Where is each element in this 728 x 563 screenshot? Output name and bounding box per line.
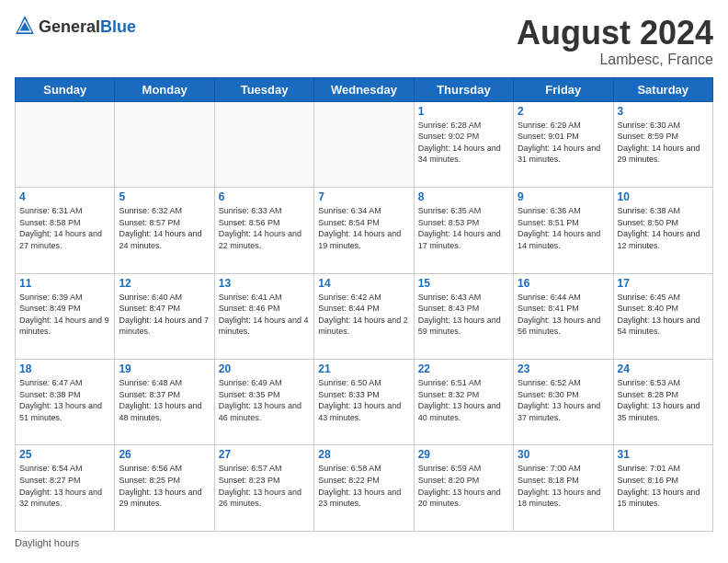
day-info: Sunrise: 6:51 AM Sunset: 8:32 PM Dayligh… — [418, 377, 509, 423]
day-number: 6 — [219, 190, 310, 203]
page: GeneralBlue August 2024 Lambesc, France … — [0, 0, 728, 563]
day-number: 16 — [518, 277, 609, 290]
day-number: 25 — [19, 448, 110, 461]
day-number: 23 — [518, 362, 609, 375]
day-number: 17 — [618, 277, 709, 290]
calendar-cell: 15Sunrise: 6:43 AM Sunset: 8:43 PM Dayli… — [414, 273, 513, 359]
day-info: Sunrise: 6:36 AM Sunset: 8:51 PM Dayligh… — [518, 205, 609, 251]
calendar-cell: 25Sunrise: 6:54 AM Sunset: 8:27 PM Dayli… — [16, 445, 115, 532]
day-number: 13 — [219, 277, 310, 290]
calendar-week-3: 11Sunrise: 6:39 AM Sunset: 8:49 PM Dayli… — [16, 273, 713, 359]
day-info: Sunrise: 6:34 AM Sunset: 8:54 PM Dayligh… — [318, 205, 409, 251]
day-number: 26 — [119, 448, 210, 461]
day-number: 24 — [618, 362, 709, 375]
day-info: Sunrise: 6:59 AM Sunset: 8:20 PM Dayligh… — [418, 463, 509, 509]
day-info: Sunrise: 6:29 AM Sunset: 9:01 PM Dayligh… — [518, 120, 609, 166]
day-info: Sunrise: 6:41 AM Sunset: 8:46 PM Dayligh… — [219, 292, 310, 338]
calendar-cell: 8Sunrise: 6:35 AM Sunset: 8:53 PM Daylig… — [414, 188, 513, 273]
day-info: Sunrise: 6:44 AM Sunset: 8:41 PM Dayligh… — [518, 292, 609, 338]
day-number: 19 — [119, 362, 210, 375]
day-info: Sunrise: 6:48 AM Sunset: 8:37 PM Dayligh… — [119, 377, 210, 423]
day-number: 3 — [618, 105, 709, 118]
day-info: Sunrise: 6:57 AM Sunset: 8:23 PM Dayligh… — [219, 463, 310, 509]
calendar-cell: 31Sunrise: 7:01 AM Sunset: 8:16 PM Dayli… — [613, 445, 712, 532]
day-number: 22 — [418, 362, 509, 375]
day-number: 15 — [418, 277, 509, 290]
col-wednesday: Wednesday — [314, 77, 414, 101]
calendar-week-4: 18Sunrise: 6:47 AM Sunset: 8:38 PM Dayli… — [16, 360, 713, 445]
calendar-cell: 22Sunrise: 6:51 AM Sunset: 8:32 PM Dayli… — [414, 360, 513, 445]
calendar-cell: 4Sunrise: 6:31 AM Sunset: 8:58 PM Daylig… — [16, 188, 115, 273]
col-thursday: Thursday — [414, 77, 513, 101]
calendar-cell — [16, 101, 115, 187]
col-friday: Friday — [514, 77, 613, 101]
day-number: 10 — [618, 190, 709, 203]
day-info: Sunrise: 6:28 AM Sunset: 9:02 PM Dayligh… — [418, 120, 509, 166]
day-number: 9 — [518, 190, 609, 203]
logo-text: GeneralBlue — [39, 18, 136, 36]
day-number: 20 — [219, 362, 310, 375]
day-number: 2 — [518, 105, 609, 118]
logo-image — [15, 15, 35, 39]
day-info: Sunrise: 6:35 AM Sunset: 8:53 PM Dayligh… — [418, 205, 509, 251]
day-number: 18 — [19, 362, 110, 375]
day-number: 4 — [19, 190, 110, 203]
calendar-cell: 29Sunrise: 6:59 AM Sunset: 8:20 PM Dayli… — [414, 445, 513, 532]
day-number: 27 — [219, 448, 310, 461]
day-number: 29 — [418, 448, 509, 461]
day-number: 14 — [318, 277, 409, 290]
calendar-cell: 23Sunrise: 6:52 AM Sunset: 8:30 PM Dayli… — [514, 360, 613, 445]
calendar-cell: 17Sunrise: 6:45 AM Sunset: 8:40 PM Dayli… — [613, 273, 712, 359]
calendar-cell: 11Sunrise: 6:39 AM Sunset: 8:49 PM Dayli… — [16, 273, 115, 359]
calendar-cell: 6Sunrise: 6:33 AM Sunset: 8:56 PM Daylig… — [214, 188, 313, 273]
day-info: Sunrise: 6:52 AM Sunset: 8:30 PM Dayligh… — [518, 377, 609, 423]
day-info: Sunrise: 7:00 AM Sunset: 8:18 PM Dayligh… — [518, 463, 609, 509]
calendar-cell — [214, 101, 313, 187]
calendar-cell: 16Sunrise: 6:44 AM Sunset: 8:41 PM Dayli… — [514, 273, 613, 359]
calendar-cell: 3Sunrise: 6:30 AM Sunset: 8:59 PM Daylig… — [613, 101, 712, 187]
day-number: 31 — [618, 448, 709, 461]
calendar-cell: 26Sunrise: 6:56 AM Sunset: 8:25 PM Dayli… — [115, 445, 214, 532]
day-number: 5 — [119, 190, 210, 203]
calendar-cell: 10Sunrise: 6:38 AM Sunset: 8:50 PM Dayli… — [613, 188, 712, 273]
day-info: Sunrise: 6:53 AM Sunset: 8:28 PM Dayligh… — [618, 377, 709, 423]
calendar-cell: 7Sunrise: 6:34 AM Sunset: 8:54 PM Daylig… — [314, 188, 414, 273]
calendar-cell: 19Sunrise: 6:48 AM Sunset: 8:37 PM Dayli… — [115, 360, 214, 445]
day-info: Sunrise: 6:45 AM Sunset: 8:40 PM Dayligh… — [618, 292, 709, 338]
day-info: Sunrise: 6:49 AM Sunset: 8:35 PM Dayligh… — [219, 377, 310, 423]
day-info: Sunrise: 6:38 AM Sunset: 8:50 PM Dayligh… — [618, 205, 709, 251]
header: GeneralBlue August 2024 Lambesc, France — [15, 15, 713, 68]
calendar-header-row: Sunday Monday Tuesday Wednesday Thursday… — [16, 77, 713, 101]
col-tuesday: Tuesday — [214, 77, 313, 101]
calendar-table: Sunday Monday Tuesday Wednesday Thursday… — [15, 77, 713, 532]
calendar-cell — [115, 101, 214, 187]
day-info: Sunrise: 6:32 AM Sunset: 8:57 PM Dayligh… — [119, 205, 210, 251]
calendar-cell: 28Sunrise: 6:58 AM Sunset: 8:22 PM Dayli… — [314, 445, 414, 532]
day-number: 11 — [19, 277, 110, 290]
col-sunday: Sunday — [16, 77, 115, 101]
calendar-week-2: 4Sunrise: 6:31 AM Sunset: 8:58 PM Daylig… — [16, 188, 713, 273]
calendar-cell: 24Sunrise: 6:53 AM Sunset: 8:28 PM Dayli… — [613, 360, 712, 445]
calendar-cell: 13Sunrise: 6:41 AM Sunset: 8:46 PM Dayli… — [214, 273, 313, 359]
day-info: Sunrise: 6:58 AM Sunset: 8:22 PM Dayligh… — [318, 463, 409, 509]
calendar-cell: 20Sunrise: 6:49 AM Sunset: 8:35 PM Dayli… — [214, 360, 313, 445]
day-info: Sunrise: 6:30 AM Sunset: 8:59 PM Dayligh… — [618, 120, 709, 166]
day-number: 12 — [119, 277, 210, 290]
calendar-cell: 30Sunrise: 7:00 AM Sunset: 8:18 PM Dayli… — [514, 445, 613, 532]
day-info: Sunrise: 6:54 AM Sunset: 8:27 PM Dayligh… — [19, 463, 110, 509]
calendar-cell: 2Sunrise: 6:29 AM Sunset: 9:01 PM Daylig… — [514, 101, 613, 187]
calendar-cell: 9Sunrise: 6:36 AM Sunset: 8:51 PM Daylig… — [514, 188, 613, 273]
calendar-cell: 1Sunrise: 6:28 AM Sunset: 9:02 PM Daylig… — [414, 101, 513, 187]
col-monday: Monday — [115, 77, 214, 101]
calendar-cell — [314, 101, 414, 187]
day-info: Sunrise: 7:01 AM Sunset: 8:16 PM Dayligh… — [618, 463, 709, 509]
footer-note: Daylight hours — [15, 537, 713, 548]
day-number: 8 — [418, 190, 509, 203]
day-number: 28 — [318, 448, 409, 461]
calendar-cell: 21Sunrise: 6:50 AM Sunset: 8:33 PM Dayli… — [314, 360, 414, 445]
calendar-week-1: 1Sunrise: 6:28 AM Sunset: 9:02 PM Daylig… — [16, 101, 713, 187]
day-info: Sunrise: 6:50 AM Sunset: 8:33 PM Dayligh… — [318, 377, 409, 423]
day-info: Sunrise: 6:31 AM Sunset: 8:58 PM Dayligh… — [19, 205, 110, 251]
day-number: 30 — [518, 448, 609, 461]
day-number: 1 — [418, 105, 509, 118]
